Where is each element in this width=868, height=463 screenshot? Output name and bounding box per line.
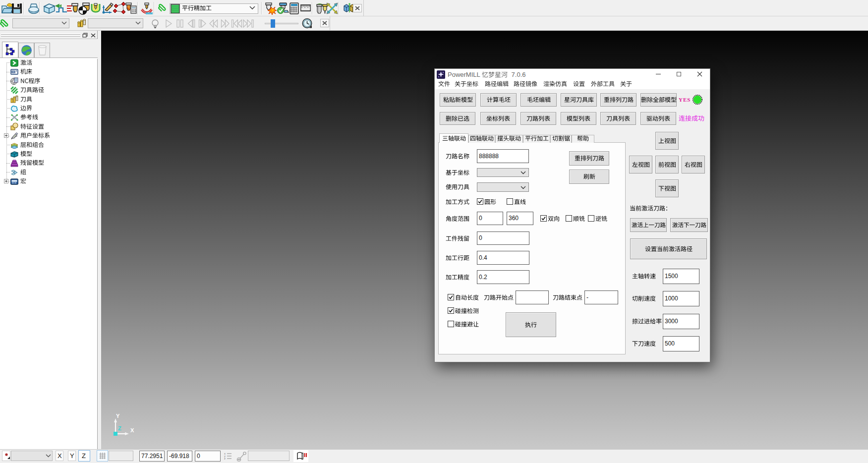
svg-text:Y: Y [116, 413, 120, 419]
svg-text:Z: Z [118, 425, 121, 431]
svg-text:X: X [130, 427, 134, 433]
svg-text:z: z [224, 457, 226, 460]
